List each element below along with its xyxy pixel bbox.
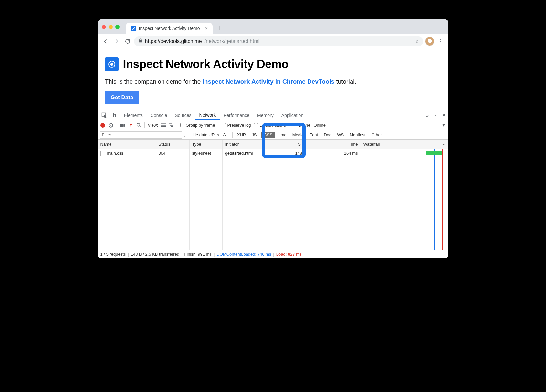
row-waterfall	[361, 149, 448, 158]
filter-type-js[interactable]: JS	[250, 132, 258, 138]
tab-strip: Inspect Network Activity Demo × +	[98, 19, 448, 34]
col-header-size[interactable]: Size	[277, 140, 309, 149]
close-tab-icon[interactable]: ×	[205, 26, 208, 31]
col-header-status[interactable]: Status	[156, 140, 190, 149]
minimize-window-icon[interactable]	[109, 25, 113, 29]
clear-icon[interactable]	[108, 123, 113, 128]
network-toolbar: View: Group by frame Preserve log Disabl…	[98, 120, 448, 130]
browser-window: Inspect Network Activity Demo × + https:…	[98, 19, 448, 258]
back-button[interactable]	[101, 37, 110, 46]
offline-checkbox[interactable]: Offline	[293, 123, 310, 128]
svg-rect-8	[120, 124, 124, 127]
devtools-tab-console[interactable]: Console	[147, 110, 171, 120]
view-label: View:	[148, 123, 158, 128]
disable-cache-checkbox[interactable]: Disable cache	[254, 123, 286, 128]
filter-type-font[interactable]: Font	[308, 132, 319, 138]
svg-rect-15	[171, 126, 173, 127]
devtools-menu-icon[interactable]: ⋮	[433, 113, 438, 118]
toolbar: https://devtools.glitch.me/network/getst…	[98, 34, 448, 48]
page-title: Inspect Network Activity Demo	[123, 57, 289, 71]
bookmark-star-icon[interactable]: ☆	[415, 38, 419, 44]
sb-requests: 1 / 5 requests	[100, 252, 126, 257]
table-header: Name Status Type Initiator Size Time Wat…	[98, 140, 448, 149]
filter-icon[interactable]	[129, 123, 133, 128]
row-name: main.css	[107, 151, 123, 156]
tab-title: Inspect Network Activity Demo	[139, 26, 200, 31]
browser-tab[interactable]: Inspect Network Activity Demo ×	[126, 23, 213, 34]
col-header-name[interactable]: Name	[98, 140, 156, 149]
filter-type-all[interactable]: All	[222, 132, 229, 138]
filter-type-img[interactable]: Img	[278, 132, 288, 138]
sb-dcl: DOMContentLoaded: 746 ms	[216, 252, 271, 257]
maximize-window-icon[interactable]	[115, 25, 120, 29]
svg-point-9	[137, 123, 140, 126]
col-header-type[interactable]: Type	[190, 140, 223, 149]
profile-avatar[interactable]	[425, 37, 434, 46]
col-header-initiator[interactable]: Initiator	[223, 140, 277, 149]
online-label[interactable]: Online	[313, 123, 326, 128]
address-bar[interactable]: https://devtools.glitch.me/network/getst…	[134, 36, 423, 46]
throttling-dropdown-icon[interactable]: ▼	[442, 123, 446, 128]
filter-type-manifest[interactable]: Manifest	[348, 132, 367, 138]
devtools-tab-performance[interactable]: Performance	[220, 110, 253, 120]
row-type: stylesheet	[190, 149, 223, 158]
page-logo-icon	[105, 57, 119, 71]
url-host: https://devtools.glitch.me	[145, 38, 202, 44]
network-table: Name Status Type Initiator Size Time Wat…	[98, 140, 448, 250]
hide-data-urls-checkbox[interactable]: Hide data URLs	[184, 132, 219, 137]
filter-type-media[interactable]: Media	[291, 132, 305, 138]
col-header-waterfall[interactable]: Waterfall▲	[361, 140, 448, 149]
devtools-panel: ElementsConsoleSourcesNetworkPerformance…	[98, 110, 448, 258]
inspect-element-icon[interactable]	[100, 112, 108, 118]
devtools-tab-memory[interactable]: Memory	[253, 110, 278, 120]
search-icon[interactable]	[136, 123, 141, 128]
forward-button[interactable]	[112, 37, 121, 46]
page-content: Inspect Network Activity Demo This is th…	[98, 48, 448, 110]
sb-finish: Finish: 991 ms	[184, 252, 212, 257]
row-initiator[interactable]: getstarted.html	[225, 151, 253, 156]
browser-menu-icon[interactable]: ⋮	[436, 38, 445, 44]
large-rows-icon[interactable]	[161, 123, 166, 127]
record-icon[interactable]	[100, 123, 105, 128]
filter-type-css[interactable]: CSS	[261, 132, 275, 138]
devtools-tab-application[interactable]: Application	[278, 110, 308, 120]
get-data-button[interactable]: Get Data	[105, 91, 139, 104]
table-row[interactable]: main.css 304 stylesheet getstarted.html …	[98, 149, 448, 158]
sb-transferred: 148 B / 2.5 KB transferred	[131, 252, 179, 257]
svg-rect-12	[161, 126, 166, 127]
filter-type-ws[interactable]: WS	[336, 132, 345, 138]
group-by-frame-checkbox[interactable]: Group by frame	[180, 123, 215, 128]
close-devtools-icon[interactable]: ×	[442, 112, 446, 119]
favicon-icon	[131, 26, 136, 31]
preserve-log-checkbox[interactable]: Preserve log	[222, 123, 251, 128]
camera-icon[interactable]	[120, 123, 125, 127]
devtools-tab-elements[interactable]: Elements	[120, 110, 147, 120]
tutorial-link[interactable]: Inspect Network Activity In Chrome DevTo…	[203, 78, 336, 85]
filter-type-other[interactable]: Other	[370, 132, 383, 138]
filter-row: Hide data URLs AllXHRJSCSSImgMediaFontDo…	[98, 130, 448, 140]
devtools-tab-sources[interactable]: Sources	[171, 110, 195, 120]
new-tab-button[interactable]: +	[217, 24, 221, 34]
col-header-time[interactable]: Time	[309, 140, 361, 149]
device-toggle-icon[interactable]	[110, 112, 117, 118]
intro-suffix: tutorial.	[336, 78, 356, 85]
row-time: 164 ms	[309, 149, 361, 158]
sb-load: Load: 827 ms	[276, 252, 302, 257]
row-size: 148 B	[277, 149, 309, 158]
close-window-icon[interactable]	[102, 25, 106, 29]
svg-rect-6	[114, 114, 116, 117]
lock-icon	[138, 38, 142, 44]
filter-type-xhr[interactable]: XHR	[236, 132, 247, 138]
intro-prefix: This is the companion demo for the	[105, 78, 203, 85]
page-intro: This is the companion demo for the Inspe…	[105, 78, 441, 85]
filter-input[interactable]	[100, 131, 182, 139]
row-status: 304	[156, 149, 190, 158]
reload-button[interactable]	[123, 37, 132, 46]
waterfall-view-icon[interactable]	[169, 123, 173, 127]
more-tabs-icon[interactable]: »	[426, 113, 429, 118]
svg-rect-5	[111, 113, 114, 117]
svg-rect-10	[161, 123, 166, 124]
svg-rect-14	[170, 125, 173, 125]
devtools-tab-network[interactable]: Network	[195, 110, 220, 120]
filter-type-doc[interactable]: Doc	[322, 132, 332, 138]
